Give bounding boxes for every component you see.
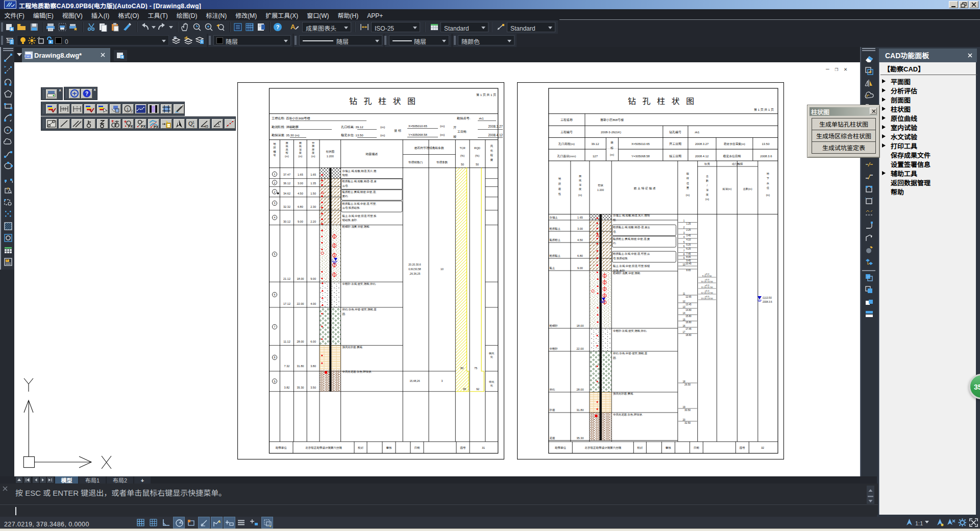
svg-text:4.50: 4.50	[298, 191, 303, 196]
svg-text:黏土:灰褐,中密,很湿,可塑,铁: 黏土:灰褐,中密,很湿,可塑,铁	[342, 214, 377, 218]
svg-text:31: 31	[482, 446, 485, 450]
svg-text:砂岩: 砂岩	[550, 408, 555, 412]
svg-text:zk1: zk1	[695, 130, 700, 134]
svg-text:钻孔编号: 钻孔编号	[669, 130, 681, 134]
svg-text:云母.: 云母.	[342, 184, 349, 188]
svg-text:深: 深	[706, 188, 708, 191]
svg-text:?: ?	[276, 22, 280, 31]
svg-text:石.: 石.	[613, 241, 617, 245]
svg-text:化: 化	[490, 149, 493, 153]
svg-text:45: 45	[204, 124, 208, 128]
svg-text:节理条数: 节理条数	[436, 160, 448, 164]
svg-text:0,60,50,58: 0,60,50,58	[408, 267, 421, 271]
svg-text:第 1 页 共 1 页: 第 1 页 共 1 页	[754, 107, 774, 112]
svg-text:1:200: 1:200	[597, 188, 604, 191]
svg-text:审核: 审核	[386, 446, 392, 450]
svg-text:22.00: 22.00	[297, 302, 304, 306]
svg-text:粉质黏土:灰褐,中密,湿,可塑,云: 粉质黏土:灰褐,中密,湿,可塑,云	[613, 252, 650, 256]
svg-text:4: 4	[192, 124, 194, 128]
svg-text:6: 6	[274, 293, 276, 297]
svg-text:中粗砂:灰褐,密实,饱和,卵石.: 中粗砂:灰褐,密实,饱和,卵石.	[613, 329, 647, 333]
svg-text:(m): (m)	[705, 197, 709, 201]
svg-text:9.00: 9.00	[298, 220, 303, 224]
svg-text:(m): (m)	[578, 193, 582, 197]
svg-text:竣: 竣	[453, 134, 456, 139]
svg-text:30.50: 30.50	[684, 408, 691, 412]
svg-text:柱状: 柱状	[598, 183, 603, 187]
svg-text:黏土: 黏土	[550, 266, 555, 270]
svg-text:2008.3.27: 2008.3.27	[695, 141, 709, 146]
svg-text:1.65: 1.65	[310, 173, 316, 177]
svg-text:7: 7	[274, 325, 276, 329]
svg-text:1:200: 1:200	[327, 154, 334, 158]
svg-text:首新小区868号楼: 首新小区868号楼	[600, 117, 624, 122]
svg-text:9.00: 9.00	[310, 277, 316, 281]
svg-text:层: 层	[558, 182, 561, 186]
svg-text:4: 4	[274, 215, 276, 220]
svg-text:根.: 根.	[613, 218, 617, 222]
svg-text:12.20-12.50: 12.20-12.50	[701, 291, 713, 294]
svg-text:Y=305068.58: Y=305068.58	[631, 154, 650, 158]
svg-text:粉细砂:浅黄,中密,饱和.: 粉细砂:浅黄,中密,饱和.	[342, 225, 371, 229]
svg-text:4: 4	[683, 235, 685, 238]
svg-text:岩 土 特 征 描 述: 岩 土 特 征 描 述	[634, 186, 656, 190]
svg-text:样: 样	[687, 176, 689, 180]
svg-text:3.00: 3.00	[577, 227, 583, 231]
svg-text:7: 7	[683, 249, 685, 252]
svg-text:PX: PX	[128, 124, 133, 128]
svg-text:,26,36,25: ,26,36,25	[409, 272, 421, 275]
svg-text:3: 3	[683, 231, 685, 234]
svg-text:姜石.: 姜石.	[342, 194, 349, 198]
svg-text:4.00: 4.00	[310, 302, 316, 306]
svg-text:8: 8	[683, 253, 685, 256]
svg-text:A: A	[290, 22, 296, 31]
svg-text:14: 14	[682, 311, 685, 315]
svg-text:3.45: 3.45	[687, 234, 691, 237]
svg-text:6: 6	[683, 245, 685, 248]
svg-text:6.80: 6.80	[298, 205, 303, 209]
svg-text:化: 化	[490, 383, 493, 387]
svg-text:34.62: 34.62	[283, 191, 290, 196]
svg-text:2: 2	[274, 181, 276, 185]
svg-text:风: 风	[490, 144, 493, 148]
svg-text:粉质黏土:褐,松散,稍湿-湿,含: 粉质黏土:褐,松散,稍湿-湿,含	[342, 179, 377, 183]
svg-text:32: 32	[761, 446, 764, 450]
svg-text:92: 92	[476, 387, 479, 391]
svg-text:39.12: 39.12	[591, 141, 599, 146]
svg-text:16.80: 16.80	[685, 321, 692, 324]
svg-text:钻 孔 柱 状 图: 钻 孔 柱 状 图	[349, 94, 418, 107]
svg-text:黏土:灰褐,中密,很湿,可塑,铁锰: 黏土:灰褐,中密,很湿,可塑,铁锰	[613, 264, 650, 268]
svg-text:21.12: 21.12	[283, 277, 290, 281]
svg-text:勘测阶段: 详细勘察: 勘测阶段: 详细勘察	[272, 125, 299, 129]
svg-text:10: 10	[682, 263, 685, 266]
svg-text:击数(m): 击数(m)	[743, 187, 752, 190]
svg-text:位: 位	[687, 181, 689, 185]
svg-text:10.45: 10.45	[685, 262, 692, 265]
svg-text:黏质粉土: 黏质粉土	[550, 238, 561, 242]
svg-text:地: 地	[558, 177, 561, 181]
svg-text:度: 度	[490, 158, 493, 162]
svg-text:9: 9	[274, 379, 276, 383]
svg-text:度: 度	[706, 192, 708, 196]
svg-text:2.20: 2.20	[310, 220, 316, 224]
svg-text:30.12: 30.12	[283, 220, 290, 224]
svg-text:1.25: 1.25	[687, 222, 691, 225]
svg-text:中粗砂:灰褐,密实,饱和,卵石.: 中粗砂:灰褐,密实,饱和,卵石.	[342, 282, 377, 286]
svg-text:北京现正勘察设计院第六分院: 北京现正勘察设计院第六分院	[305, 446, 342, 450]
svg-text:校对: 校对	[637, 446, 643, 450]
svg-text:12: 12	[682, 300, 685, 303]
svg-text:7.45: 7.45	[687, 252, 691, 255]
svg-text:日期: 日期	[694, 446, 700, 450]
svg-text:PX: PX	[141, 124, 146, 128]
svg-text:37.47: 37.47	[283, 173, 290, 177]
svg-text:32.50: 32.50	[684, 421, 691, 424]
svg-text:20,20,30,6: 20,20,30,6	[408, 262, 421, 266]
svg-text:中风: 中风	[489, 380, 495, 383]
svg-text:柱状图: 柱状图	[326, 150, 334, 154]
svg-text:17: 17	[682, 330, 685, 333]
svg-text:号: 号	[273, 153, 276, 157]
svg-text:勘探点号:: 勘探点号:	[457, 116, 471, 120]
svg-text:勘察单位: 勘察单位	[276, 446, 287, 450]
svg-text:9.20-9.50: 9.20-9.50	[702, 274, 712, 277]
svg-text:13.20-13.50: 13.20-13.50	[701, 297, 713, 300]
